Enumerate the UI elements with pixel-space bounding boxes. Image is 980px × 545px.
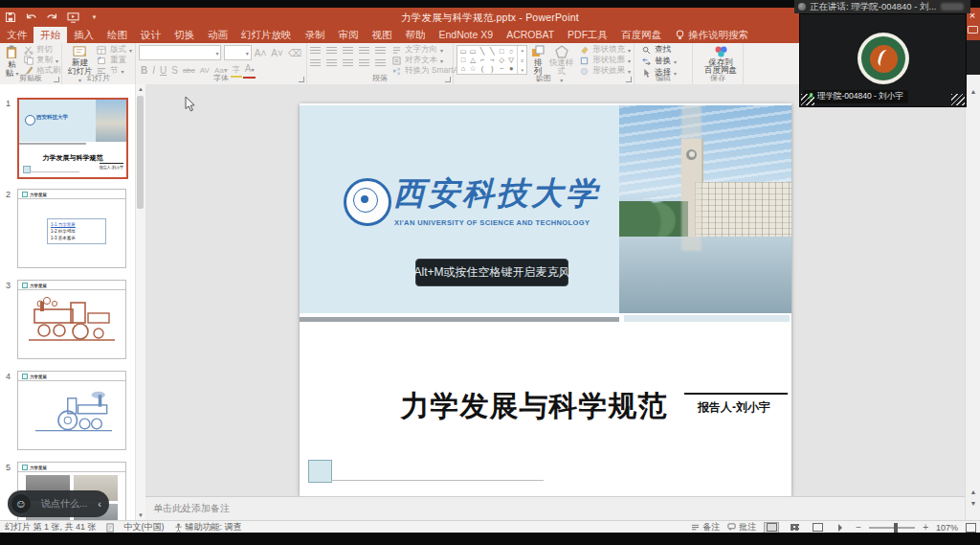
decrease-font-icon[interactable]: A˅ (269, 47, 285, 59)
collapse-chevron-icon[interactable]: ‹ (98, 498, 101, 510)
columns-icon[interactable] (375, 59, 386, 68)
thumbnail-slide-1[interactable]: 西安科技大学 力学发展与科学规范 报告人-刘小宇 (17, 98, 128, 179)
editor-vertical-scrollbar[interactable]: ▲ ▲ ▼ (965, 75, 980, 520)
justify-icon[interactable] (359, 59, 369, 68)
tab-acrobat[interactable]: ACROBAT (500, 27, 561, 43)
speaking-indicator-text: 正在讲话: 理学院-004840 - 刘... (810, 1, 937, 13)
shape-glyphs[interactable]: ▭▭╲╲□○ □△⌐¬◇▽ ⌂☆()~● (457, 46, 517, 74)
microphone-tooltip: Alt+M或按住空格键开启麦克风 (415, 259, 568, 286)
fit-slide-to-window-icon[interactable] (966, 523, 976, 533)
scrollbar-thumb[interactable] (137, 96, 144, 209)
zoom-in-button[interactable]: + (923, 522, 928, 533)
view-slideshow-button[interactable] (833, 522, 848, 534)
scroll-up-icon[interactable]: ▲ (966, 88, 980, 95)
replace-button[interactable]: 替换 ▾ (641, 57, 677, 66)
cut-button[interactable]: 剪切 (23, 45, 61, 55)
chat-quick-bar[interactable]: ☺ 说点什么... ‹ (8, 490, 109, 517)
save-to-baidu-button[interactable]: 保存到百度网盘 (704, 45, 737, 74)
clipboard-dialog-launcher[interactable] (54, 77, 59, 82)
thumbnail-slide-2[interactable]: 力学发展 1-1 力学发展 1-2 科学规范 1-3 基本素养 (17, 189, 126, 268)
proofing-status-icon[interactable] (106, 523, 115, 533)
chat-input-placeholder[interactable]: 说点什么... (31, 497, 98, 511)
shape-fill-button[interactable]: 形状填充 ▾ (579, 45, 631, 55)
font-name-combo[interactable]: ▾ (139, 45, 221, 60)
next-slide-icon[interactable]: ▼ (966, 500, 980, 507)
thumb-header-icon (22, 283, 28, 288)
slide-canvas[interactable]: 西安科技大学 XI'AN UNIVERSITY OF SCIENCE AND T… (300, 103, 791, 496)
mouse-cursor (185, 96, 196, 113)
shape-outline-button[interactable]: 形状轮廓 ▾ (579, 56, 631, 65)
line-spacing-icon[interactable] (375, 47, 386, 56)
tab-transitions[interactable]: 切换 (167, 27, 201, 43)
resize-handle[interactable] (951, 94, 965, 105)
scroll-down-icon[interactable]: ▼ (136, 512, 145, 518)
tab-insert[interactable]: 插入 (67, 27, 100, 43)
clear-formatting-icon[interactable]: ⌫ (286, 47, 303, 59)
share-comments-icon[interactable] (968, 26, 978, 34)
view-normal-button[interactable] (764, 522, 779, 534)
copy-button[interactable]: 复制 ▾ (23, 56, 61, 65)
status-bar: 幻灯片 第 1 张, 共 41 张 中文(中国) 辅助功能: 调查 备注 批注 … (0, 520, 980, 534)
zoom-level[interactable]: 107% (936, 523, 958, 533)
zoom-slider-thumb[interactable] (894, 523, 898, 533)
tab-baidu-netdisk[interactable]: 百度网盘 (614, 27, 668, 43)
numbering-icon[interactable] (326, 47, 337, 56)
find-button[interactable]: 查找 (641, 45, 677, 55)
thumb-header-text: 力学发展 (30, 466, 47, 470)
paragraph-dialog-launcher[interactable] (445, 77, 451, 82)
font-dialog-launcher[interactable] (299, 77, 304, 82)
tab-file[interactable]: 文件 (0, 27, 33, 43)
tell-me-search[interactable]: 操作说明搜索 (668, 27, 756, 43)
emoji-icon[interactable]: ☺ (11, 494, 31, 513)
tab-help[interactable]: 帮助 (399, 27, 433, 43)
thumbnail-slide-3[interactable]: 力学发展 (17, 280, 126, 359)
bottom-black-bar (0, 533, 980, 545)
university-name-cn[interactable]: 西安科技大学 (393, 172, 613, 216)
resize-handle[interactable] (801, 94, 814, 105)
tab-view[interactable]: 视图 (366, 27, 399, 43)
zoom-out-button[interactable]: − (856, 522, 861, 533)
drawing-dialog-launcher[interactable] (626, 77, 632, 82)
bullets-icon[interactable] (310, 47, 321, 56)
shape-outline-icon (579, 56, 590, 65)
shapes-gallery-scroll[interactable]: ▴≡▾ (517, 46, 526, 74)
shapes-gallery[interactable]: ▭▭╲╲□○ □△⌐¬◇▽ ⌂☆()~● ▴≡▾ (457, 45, 527, 75)
tab-review[interactable]: 审阅 (332, 27, 366, 43)
increase-font-icon[interactable]: A˄ (253, 47, 269, 59)
reset-button[interactable]: 重置 (97, 56, 132, 65)
notes-pane[interactable]: 单击此处添加备注 (145, 496, 965, 521)
tab-design[interactable]: 设计 (134, 27, 167, 43)
tab-animations[interactable]: 动画 (201, 27, 234, 43)
participant-video-window[interactable]: 理学院-004840 - 刘小宇 (799, 13, 967, 107)
tab-endnote[interactable]: EndNote X9 (433, 27, 501, 43)
presenter-name[interactable]: 报告人-刘小宇 (679, 399, 790, 416)
align-center-icon[interactable] (326, 59, 337, 68)
align-right-icon[interactable] (343, 59, 353, 68)
notes-placeholder[interactable]: 单击此处添加备注 (153, 502, 230, 515)
group-label-save: 保存 (693, 73, 743, 83)
slide-title[interactable]: 力学发展与科学规范 (395, 387, 673, 426)
thumbnail-slide-4[interactable]: 力学发展 (17, 371, 126, 450)
view-slide-sorter-button[interactable] (787, 522, 802, 534)
tab-pdf-tools[interactable]: PDF工具 (561, 27, 614, 43)
previous-slide-icon[interactable]: ▲ (966, 488, 980, 495)
view-reading-button[interactable] (810, 522, 825, 534)
comment-icon (727, 523, 736, 532)
zoom-slider[interactable] (869, 527, 915, 529)
tab-home[interactable]: 开始 (33, 27, 67, 43)
scroll-up-icon[interactable]: ▲ (136, 86, 145, 92)
align-left-icon[interactable] (310, 59, 321, 68)
decrease-indent-icon[interactable] (343, 47, 353, 56)
group-label-slides: 幻灯片 (62, 73, 135, 83)
thumbnail-scrollbar[interactable]: ▲ ▼ (135, 84, 145, 520)
slide-editing-area: 西安科技大学 XI'AN UNIVERSITY OF SCIENCE AND T… (145, 84, 965, 496)
layout-button[interactable]: 版式 ▾ (97, 45, 132, 55)
university-name-en[interactable]: XI'AN UNIVERSITY OF SCIENCE AND TECHNOLO… (394, 218, 590, 227)
increase-indent-icon[interactable] (359, 47, 369, 56)
tab-draw[interactable]: 绘图 (100, 27, 134, 43)
tab-slideshow[interactable]: 幻灯片放映 (234, 27, 299, 43)
font-size-combo[interactable]: ▾ (224, 45, 251, 60)
thumb-uni-name: 西安科技大学 (36, 114, 68, 121)
tab-record[interactable]: 录制 (299, 27, 332, 43)
steam-engine-drawing (35, 385, 112, 439)
